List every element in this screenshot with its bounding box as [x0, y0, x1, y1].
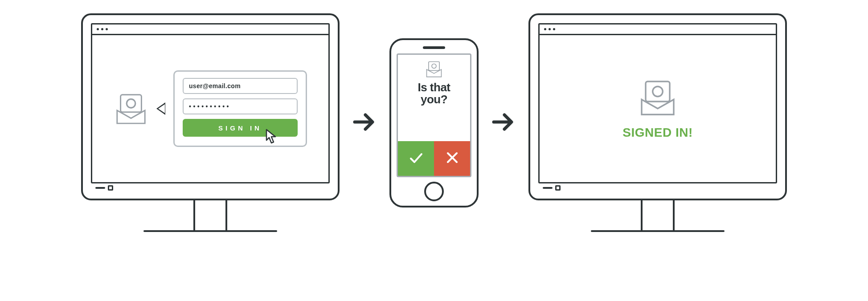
monitor-control-square-icon	[555, 185, 561, 191]
cursor-icon	[266, 129, 279, 144]
window-dot-icon	[101, 28, 103, 30]
phone-button-row	[398, 141, 470, 176]
browser-window: user@email.com • • • • • • • • • • SIGN …	[91, 23, 330, 183]
phone-home-button[interactable]	[424, 182, 444, 201]
email-field[interactable]: user@email.com	[183, 78, 298, 94]
callout-pointer-icon	[156, 102, 165, 115]
arrow-right-icon	[490, 109, 517, 137]
login-card: user@email.com • • • • • • • • • • SIGN …	[173, 70, 307, 147]
check-icon	[407, 149, 425, 168]
phone-prompt-line: you?	[418, 94, 450, 106]
cross-icon	[443, 149, 461, 168]
monitor-base	[143, 230, 277, 232]
monitor-control-dash-icon	[543, 187, 553, 189]
password-field[interactable]: • • • • • • • • • •	[183, 98, 298, 114]
monitor-frame: user@email.com • • • • • • • • • • SIGN …	[81, 13, 340, 200]
window-dot-icon	[97, 28, 99, 30]
window-dot-icon	[106, 28, 108, 30]
phone-prompt-line: Is that	[418, 81, 450, 94]
confirm-no-button[interactable]	[434, 141, 470, 176]
phone-screen: Is that you?	[397, 53, 471, 177]
success-panel: SIGNED IN!	[622, 77, 692, 140]
browser-body: SIGNED IN!	[540, 35, 776, 182]
window-dot-icon	[553, 28, 555, 30]
at-envelope-icon	[114, 91, 148, 126]
phone-speaker-icon	[423, 46, 445, 49]
monitor-control-dash-icon	[95, 187, 105, 189]
arrow-right-icon	[351, 109, 378, 137]
window-dot-icon	[549, 28, 551, 30]
browser-body: user@email.com • • • • • • • • • • SIGN …	[92, 35, 328, 182]
login-area: user@email.com • • • • • • • • • • SIGN …	[114, 70, 307, 147]
sign-in-button[interactable]: SIGN IN	[183, 119, 298, 137]
svg-rect-2	[429, 61, 439, 70]
window-dot-icon	[544, 28, 546, 30]
at-envelope-icon	[424, 59, 444, 79]
sign-in-button-label: SIGN IN	[218, 124, 262, 132]
at-envelope-icon	[638, 77, 678, 118]
browser-window: SIGNED IN!	[538, 23, 777, 183]
desktop-step-login: user@email.com • • • • • • • • • • SIGN …	[81, 13, 340, 232]
monitor-control-square-icon	[108, 185, 113, 191]
browser-titlebar	[540, 24, 776, 35]
monitor-frame: SIGNED IN!	[528, 13, 787, 200]
svg-rect-4	[646, 81, 670, 102]
desktop-step-success: SIGNED IN!	[528, 13, 787, 232]
monitor-stand	[193, 199, 227, 230]
monitor-stand	[641, 199, 675, 230]
monitor-controls	[538, 183, 777, 192]
phone-prompt: Is that you?	[418, 81, 450, 106]
signed-in-label: SIGNED IN!	[622, 126, 692, 140]
phone-step-confirm: Is that you?	[389, 38, 479, 207]
svg-point-5	[653, 86, 663, 97]
monitor-controls	[91, 183, 330, 192]
auth-flow-diagram: user@email.com • • • • • • • • • • SIGN …	[81, 13, 787, 232]
confirm-yes-button[interactable]	[398, 141, 434, 176]
svg-point-3	[432, 64, 436, 68]
browser-titlebar	[92, 24, 328, 35]
monitor-base	[591, 230, 725, 232]
